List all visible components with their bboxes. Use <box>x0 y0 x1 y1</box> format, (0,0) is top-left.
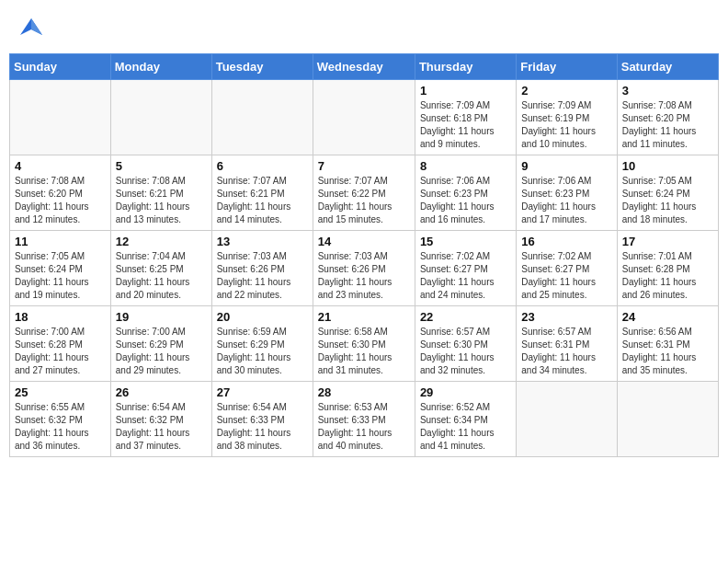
calendar-cell: 9Sunrise: 7:06 AM Sunset: 6:23 PM Daylig… <box>517 155 617 231</box>
page-header <box>9 9 719 46</box>
calendar-week-row: 18Sunrise: 7:00 AM Sunset: 6:28 PM Dayli… <box>10 306 719 382</box>
day-info: Sunrise: 7:01 AM Sunset: 6:28 PM Dayligh… <box>622 250 713 302</box>
calendar-cell <box>313 80 415 155</box>
calendar-cell <box>110 80 211 155</box>
calendar-cell: 24Sunrise: 6:56 AM Sunset: 6:31 PM Dayli… <box>617 306 718 382</box>
day-number: 6 <box>217 159 308 173</box>
day-number: 23 <box>521 310 611 324</box>
calendar-cell: 11Sunrise: 7:05 AM Sunset: 6:24 PM Dayli… <box>10 231 111 306</box>
day-info: Sunrise: 7:05 AM Sunset: 6:24 PM Dayligh… <box>15 250 106 302</box>
day-info: Sunrise: 7:08 AM Sunset: 6:20 PM Dayligh… <box>622 99 713 151</box>
calendar-cell: 26Sunrise: 6:54 AM Sunset: 6:32 PM Dayli… <box>110 382 211 457</box>
day-info: Sunrise: 6:54 AM Sunset: 6:33 PM Dayligh… <box>217 401 308 453</box>
day-number: 17 <box>622 235 713 248</box>
calendar-header-wednesday: Wednesday <box>313 54 415 80</box>
day-number: 5 <box>116 159 207 173</box>
day-number: 26 <box>116 385 207 399</box>
day-info: Sunrise: 6:58 AM Sunset: 6:30 PM Dayligh… <box>318 326 410 377</box>
calendar-cell <box>617 382 718 457</box>
day-info: Sunrise: 7:04 AM Sunset: 6:25 PM Dayligh… <box>116 250 207 302</box>
day-info: Sunrise: 6:54 AM Sunset: 6:32 PM Dayligh… <box>116 401 207 453</box>
calendar-header-sunday: Sunday <box>10 54 111 80</box>
calendar-cell: 25Sunrise: 6:55 AM Sunset: 6:32 PM Dayli… <box>10 382 111 457</box>
day-number: 13 <box>217 235 308 248</box>
day-number: 9 <box>521 159 611 173</box>
day-info: Sunrise: 6:57 AM Sunset: 6:31 PM Dayligh… <box>521 326 611 377</box>
calendar-cell: 23Sunrise: 6:57 AM Sunset: 6:31 PM Dayli… <box>517 306 617 382</box>
day-info: Sunrise: 7:07 AM Sunset: 6:22 PM Dayligh… <box>318 175 410 226</box>
calendar-table: SundayMondayTuesdayWednesdayThursdayFrid… <box>9 53 719 457</box>
calendar-cell: 8Sunrise: 7:06 AM Sunset: 6:23 PM Daylig… <box>415 155 516 231</box>
calendar-week-row: 25Sunrise: 6:55 AM Sunset: 6:32 PM Dayli… <box>10 382 719 457</box>
calendar-header-row: SundayMondayTuesdayWednesdayThursdayFrid… <box>10 54 719 80</box>
calendar-cell: 18Sunrise: 7:00 AM Sunset: 6:28 PM Dayli… <box>10 306 111 382</box>
day-info: Sunrise: 7:02 AM Sunset: 6:27 PM Dayligh… <box>420 250 511 302</box>
calendar-cell: 28Sunrise: 6:53 AM Sunset: 6:33 PM Dayli… <box>313 382 415 457</box>
calendar-cell: 6Sunrise: 7:07 AM Sunset: 6:21 PM Daylig… <box>211 155 313 231</box>
day-number: 18 <box>15 310 106 324</box>
calendar-cell <box>211 80 313 155</box>
day-number: 25 <box>15 385 106 399</box>
calendar-cell: 12Sunrise: 7:04 AM Sunset: 6:25 PM Dayli… <box>110 231 211 306</box>
day-info: Sunrise: 7:06 AM Sunset: 6:23 PM Dayligh… <box>521 175 611 226</box>
day-info: Sunrise: 7:00 AM Sunset: 6:28 PM Dayligh… <box>15 326 106 377</box>
day-number: 8 <box>420 159 511 173</box>
day-number: 24 <box>622 310 713 324</box>
calendar-week-row: 11Sunrise: 7:05 AM Sunset: 6:24 PM Dayli… <box>10 231 719 306</box>
day-info: Sunrise: 7:08 AM Sunset: 6:21 PM Dayligh… <box>116 175 207 226</box>
day-number: 29 <box>420 385 511 399</box>
calendar-cell: 21Sunrise: 6:58 AM Sunset: 6:30 PM Dayli… <box>313 306 415 382</box>
day-info: Sunrise: 6:59 AM Sunset: 6:29 PM Dayligh… <box>217 326 308 377</box>
calendar-week-row: 4Sunrise: 7:08 AM Sunset: 6:20 PM Daylig… <box>10 155 719 231</box>
day-info: Sunrise: 6:57 AM Sunset: 6:30 PM Dayligh… <box>420 326 511 377</box>
calendar-header-friday: Friday <box>517 54 617 80</box>
day-number: 11 <box>15 235 106 248</box>
day-info: Sunrise: 6:53 AM Sunset: 6:33 PM Dayligh… <box>318 401 410 453</box>
calendar-header-tuesday: Tuesday <box>211 54 313 80</box>
logo <box>13 9 53 46</box>
calendar-cell: 5Sunrise: 7:08 AM Sunset: 6:21 PM Daylig… <box>110 155 211 231</box>
day-number: 28 <box>318 385 410 399</box>
calendar-header-monday: Monday <box>110 54 211 80</box>
svg-marker-1 <box>31 18 42 35</box>
day-number: 20 <box>217 310 308 324</box>
day-number: 19 <box>116 310 207 324</box>
day-info: Sunrise: 6:55 AM Sunset: 6:32 PM Dayligh… <box>15 401 106 453</box>
day-number: 21 <box>318 310 410 324</box>
calendar-cell: 4Sunrise: 7:08 AM Sunset: 6:20 PM Daylig… <box>10 155 111 231</box>
calendar-cell: 14Sunrise: 7:03 AM Sunset: 6:26 PM Dayli… <box>313 231 415 306</box>
day-number: 10 <box>622 159 713 173</box>
day-number: 2 <box>521 84 611 98</box>
day-info: Sunrise: 7:03 AM Sunset: 6:26 PM Dayligh… <box>217 250 308 302</box>
calendar-week-row: 1Sunrise: 7:09 AM Sunset: 6:18 PM Daylig… <box>10 80 719 155</box>
calendar-cell: 17Sunrise: 7:01 AM Sunset: 6:28 PM Dayli… <box>617 231 718 306</box>
calendar-cell: 16Sunrise: 7:02 AM Sunset: 6:27 PM Dayli… <box>517 231 617 306</box>
day-info: Sunrise: 7:03 AM Sunset: 6:26 PM Dayligh… <box>318 250 410 302</box>
day-number: 27 <box>217 385 308 399</box>
day-info: Sunrise: 7:05 AM Sunset: 6:24 PM Dayligh… <box>622 175 713 226</box>
calendar-cell: 22Sunrise: 6:57 AM Sunset: 6:30 PM Dayli… <box>415 306 516 382</box>
day-number: 14 <box>318 235 410 248</box>
calendar-header-saturday: Saturday <box>617 54 718 80</box>
calendar-cell: 19Sunrise: 7:00 AM Sunset: 6:29 PM Dayli… <box>110 306 211 382</box>
day-info: Sunrise: 7:02 AM Sunset: 6:27 PM Dayligh… <box>521 250 611 302</box>
calendar-cell: 10Sunrise: 7:05 AM Sunset: 6:24 PM Dayli… <box>617 155 718 231</box>
calendar-header-thursday: Thursday <box>415 54 516 80</box>
calendar-cell <box>10 80 111 155</box>
calendar-cell: 2Sunrise: 7:09 AM Sunset: 6:19 PM Daylig… <box>517 80 617 155</box>
day-number: 7 <box>318 159 410 173</box>
day-number: 16 <box>521 235 611 248</box>
day-info: Sunrise: 7:09 AM Sunset: 6:19 PM Dayligh… <box>521 99 611 151</box>
logo-icon <box>13 9 50 46</box>
day-number: 1 <box>420 84 511 98</box>
calendar-cell: 1Sunrise: 7:09 AM Sunset: 6:18 PM Daylig… <box>415 80 516 155</box>
day-info: Sunrise: 7:09 AM Sunset: 6:18 PM Dayligh… <box>420 99 511 151</box>
day-number: 3 <box>622 84 713 98</box>
day-number: 15 <box>420 235 511 248</box>
calendar-cell: 29Sunrise: 6:52 AM Sunset: 6:34 PM Dayli… <box>415 382 516 457</box>
calendar-cell: 27Sunrise: 6:54 AM Sunset: 6:33 PM Dayli… <box>211 382 313 457</box>
day-number: 12 <box>116 235 207 248</box>
day-info: Sunrise: 7:06 AM Sunset: 6:23 PM Dayligh… <box>420 175 511 226</box>
day-info: Sunrise: 7:07 AM Sunset: 6:21 PM Dayligh… <box>217 175 308 226</box>
calendar-cell: 7Sunrise: 7:07 AM Sunset: 6:22 PM Daylig… <box>313 155 415 231</box>
